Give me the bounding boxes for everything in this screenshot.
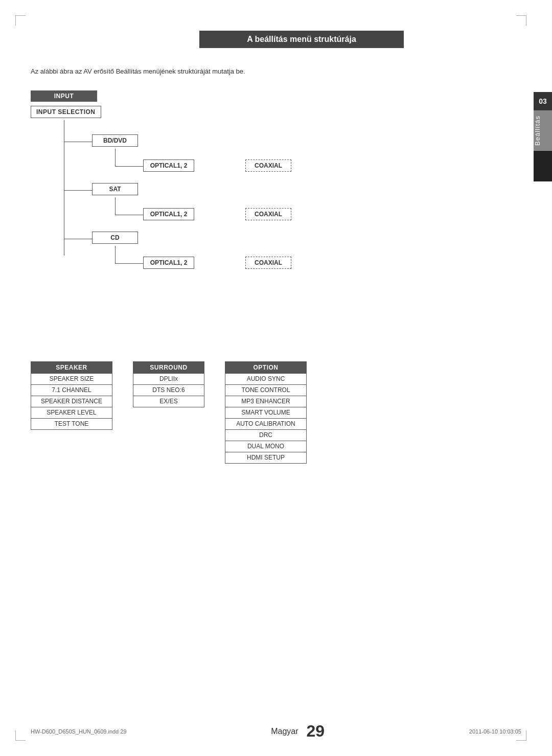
cd-box: CD (92, 232, 138, 244)
v-line-cd (115, 246, 116, 263)
coaxial3-box: COAXIAL (245, 257, 291, 269)
v-line-bddvd (115, 149, 116, 166)
subtitle-text: Az alábbi ábra az AV erősítő Beállítás m… (31, 67, 521, 75)
sat-box: SAT (92, 183, 138, 195)
surround-header: SURROUND (133, 361, 204, 374)
side-tab: 03 Beállítás (534, 92, 552, 181)
tone-control-item: TONE CONTROL (225, 384, 307, 396)
coaxial2-box: COAXIAL (245, 208, 291, 220)
channel-item: 7.1 CHANNEL (31, 384, 112, 396)
h-line-optical2 (115, 215, 143, 215)
speaker-distance-item: SPEAKER DISTANCE (31, 396, 112, 407)
audio-sync-item: AUDIO SYNC (225, 373, 307, 385)
corner-mark-tl (15, 15, 26, 26)
optical3-box: OPTICAL1, 2 (143, 257, 194, 269)
side-tab-black (534, 151, 552, 181)
v-line-sat (115, 197, 116, 215)
option-header: OPTION (225, 361, 307, 374)
coaxial1-box: COAXIAL (245, 159, 291, 172)
bottom-sections: SPEAKER SPEAKER SIZE 7.1 CHANNEL SPEAKER… (31, 361, 521, 464)
speaker-size-item: SPEAKER SIZE (31, 373, 112, 385)
h-line-sat (64, 190, 92, 191)
chapter-label: Beállítás (534, 110, 552, 151)
input-header: INPUT (31, 90, 97, 102)
exes-item: EX/ES (133, 396, 204, 407)
surround-section: SURROUND DPLIIx DTS NEO:6 EX/ES (133, 361, 204, 464)
h-line-optical3 (115, 263, 143, 264)
chapter-number: 03 (534, 92, 552, 110)
h-line-bddvd (64, 142, 92, 142)
dts-neo-item: DTS NEO:6 (133, 384, 204, 396)
v-line-main (64, 120, 64, 256)
speaker-header: SPEAKER (31, 361, 112, 374)
page-label: Magyar (271, 727, 298, 736)
option-section: OPTION AUDIO SYNC TONE CONTROL MP3 ENHAN… (225, 361, 307, 464)
smart-volume-item: SMART VOLUME (225, 407, 307, 419)
corner-mark-bl (15, 730, 26, 741)
footer-date: 2011-06-10 10:03:05 (469, 728, 521, 735)
optical1-box: OPTICAL1, 2 (143, 159, 194, 172)
drc-item: DRC (225, 429, 307, 441)
input-diagram: INPUT INPUT SELECTION BD/DVD OPTICAL1, 2… (31, 90, 388, 356)
speaker-level-item: SPEAKER LEVEL (31, 407, 112, 419)
h-line-cd (64, 239, 92, 239)
optical2-box: OPTICAL1, 2 (143, 208, 194, 220)
input-selection-box: INPUT SELECTION (31, 106, 101, 118)
h-line-optical1 (115, 166, 143, 167)
hdmi-setup-item: HDMI SETUP (225, 452, 307, 464)
footer: HW-D600_D650S_HUN_0609.indd 29 Magyar 29… (31, 722, 521, 741)
dual-mono-item: DUAL MONO (225, 441, 307, 452)
corner-mark-tr (516, 15, 526, 26)
dpliix-item: DPLIIx (133, 373, 204, 385)
speaker-section: SPEAKER SPEAKER SIZE 7.1 CHANNEL SPEAKER… (31, 361, 112, 464)
footer-file: HW-D600_D650S_HUN_0609.indd 29 (31, 728, 127, 735)
page-number: 29 (307, 722, 325, 741)
auto-calibration-item: AUTO CALIBRATION (225, 418, 307, 430)
mp3-enhancer-item: MP3 ENHANCER (225, 396, 307, 407)
test-tone-item: TEST TONE (31, 418, 112, 430)
main-content: A beállítás menü struktúrája Az alábbi á… (31, 31, 521, 725)
page-title: A beállítás menü struktúrája (199, 31, 404, 48)
bddvd-box: BD/DVD (92, 134, 138, 147)
